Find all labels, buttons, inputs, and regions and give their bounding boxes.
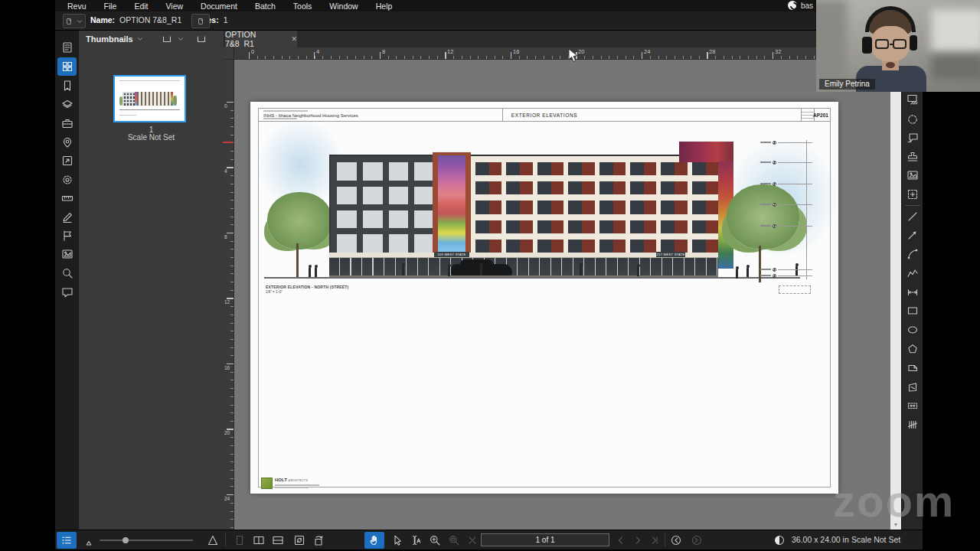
- split-horizontal-button[interactable]: [270, 533, 286, 548]
- large-triangle-icon: [206, 533, 220, 547]
- pan-tool-button[interactable]: [364, 532, 384, 549]
- select-text-icon: [409, 533, 423, 547]
- tool-arrow[interactable]: [904, 227, 921, 243]
- menu-file[interactable]: File: [104, 2, 117, 11]
- stamp-icon: [906, 150, 920, 164]
- menu-window[interactable]: Window: [329, 2, 358, 11]
- vertical-ruler: 0 4 8 12 16 20 24: [224, 60, 234, 530]
- tool-dimension[interactable]: [904, 284, 921, 301]
- tool-line[interactable]: [904, 208, 921, 225]
- chevron-down-icon[interactable]: [176, 34, 185, 44]
- building-address-right: 217 WEST STATE: [656, 252, 685, 257]
- single-page-view-button[interactable]: [232, 533, 247, 548]
- previous-view-button[interactable]: [668, 533, 684, 548]
- tool-ellipse[interactable]: [904, 321, 921, 338]
- tool-revision-cloud[interactable]: [904, 111, 921, 128]
- tool-polyline[interactable]: [904, 265, 921, 282]
- page-thumbnail[interactable]: [113, 75, 186, 122]
- tool-area-measurement[interactable]: [904, 379, 921, 396]
- tool-rectangle[interactable]: [904, 302, 921, 319]
- menu-view[interactable]: View: [166, 2, 184, 11]
- tool-snapshot[interactable]: [904, 186, 921, 203]
- tool-image[interactable]: [904, 167, 921, 184]
- document-menu-button[interactable]: [63, 14, 86, 28]
- elevation-marker: [760, 181, 812, 186]
- sidebar-tab-measurements[interactable]: [57, 189, 77, 207]
- sidebar-tab-file-properties[interactable]: [57, 38, 77, 57]
- zoom-tool-button[interactable]: [427, 533, 443, 548]
- thumbnail-size-slider[interactable]: [100, 540, 193, 541]
- person-silhouette: [746, 267, 749, 277]
- participant-name-label: Emily Petrina: [819, 79, 875, 90]
- sidebar-tab-studio[interactable]: [57, 245, 77, 263]
- sidebar-tab-flags[interactable]: [57, 227, 77, 245]
- insert-page-button[interactable]: [191, 14, 210, 28]
- sidebar-tab-links[interactable]: [57, 152, 77, 170]
- scale-readout[interactable]: Scale Not Set: [851, 535, 900, 544]
- polygon-icon: [906, 342, 920, 356]
- revu-window: Revu File Edit View Document Batch Tools…: [55, 0, 923, 549]
- firm-address-line: [275, 484, 319, 486]
- firm-logo-icon: [261, 478, 273, 489]
- next-view-button[interactable]: [689, 533, 704, 548]
- ruler-corner: [224, 47, 234, 60]
- tool-polygon-cutout[interactable]: [904, 360, 921, 377]
- tool-count-measurement[interactable]: [904, 416, 921, 433]
- menu-batch[interactable]: Batch: [255, 2, 276, 11]
- contrast-icon: [773, 533, 786, 547]
- menu-help[interactable]: Help: [376, 2, 393, 11]
- thumbnail-options-icon[interactable]: [194, 32, 208, 46]
- menu-document[interactable]: Document: [201, 2, 237, 11]
- last-page-button[interactable]: [647, 533, 662, 548]
- vertical-scrollbar[interactable]: ▲ ▼: [890, 47, 901, 530]
- zoom-watermark: zoom: [833, 479, 955, 523]
- glasses-bridge: [890, 44, 894, 45]
- sidebar-tab-signatures[interactable]: [57, 208, 77, 227]
- sidebar-tab-thumbnails[interactable]: [57, 57, 77, 76]
- sidebar-tab-chat[interactable]: [57, 283, 77, 302]
- menu-tools[interactable]: Tools: [293, 2, 312, 11]
- select-text-button[interactable]: [408, 533, 423, 548]
- page-navigation-box[interactable]: 1 of 1: [481, 533, 609, 546]
- tool-callout[interactable]: [904, 129, 921, 146]
- split-vertical-button[interactable]: [251, 533, 266, 548]
- statusbar-divider: [665, 533, 665, 547]
- sidebar-tab-bookmarks[interactable]: [57, 77, 77, 95]
- escape-button[interactable]: [465, 533, 480, 548]
- sidebar-tab-tool-chest[interactable]: [57, 114, 77, 132]
- tool-stamp[interactable]: [904, 148, 921, 165]
- tool-sketch-rectangle[interactable]: [904, 91, 921, 108]
- sidebar-tab-layers[interactable]: [57, 96, 77, 114]
- select-tool-button[interactable]: [390, 533, 405, 548]
- chevron-down-icon[interactable]: [136, 34, 145, 44]
- person-silhouette: [637, 266, 639, 276]
- document-tab[interactable]: OPTION 7&8_R1 ✕: [225, 31, 297, 47]
- account-area[interactable]: bas: [788, 1, 813, 10]
- sidebar-tab-settings[interactable]: [57, 171, 77, 189]
- close-icon[interactable]: ✕: [291, 35, 297, 43]
- markups-list-toggle[interactable]: [57, 532, 77, 549]
- sidebar-tab-search[interactable]: [57, 264, 77, 282]
- slider-knob[interactable]: [122, 537, 129, 543]
- sidebar-tab-spaces[interactable]: [57, 133, 77, 152]
- previous-page-button[interactable]: [613, 533, 629, 548]
- menu-edit[interactable]: Edit: [134, 2, 148, 11]
- tool-polygon[interactable]: [904, 341, 921, 357]
- sync-views-icon: [292, 533, 306, 547]
- decrease-thumbnail-size-button[interactable]: [81, 533, 96, 548]
- ruler-label: 24: [224, 496, 230, 501]
- sync-views-button[interactable]: [292, 533, 307, 548]
- rotate-view-icon: [312, 533, 325, 547]
- color-mode-button[interactable]: [772, 533, 787, 548]
- increase-thumbnail-size-button[interactable]: [205, 533, 220, 548]
- menu-revu[interactable]: Revu: [67, 2, 87, 11]
- next-page-button[interactable]: [630, 533, 645, 548]
- tool-length-measurement[interactable]: [904, 397, 921, 414]
- document-workspace[interactable]: INHS - Ithaca Neighborhood Housing Servi…: [234, 60, 890, 530]
- thumbnail-layout-icon[interactable]: [160, 32, 174, 46]
- rotate-view-button[interactable]: [311, 533, 326, 548]
- layers-icon: [60, 98, 74, 112]
- zoom-video-tile[interactable]: Emily Petrina: [816, 0, 980, 92]
- tool-arc[interactable]: [904, 246, 921, 262]
- zoom-window-button[interactable]: [446, 533, 462, 548]
